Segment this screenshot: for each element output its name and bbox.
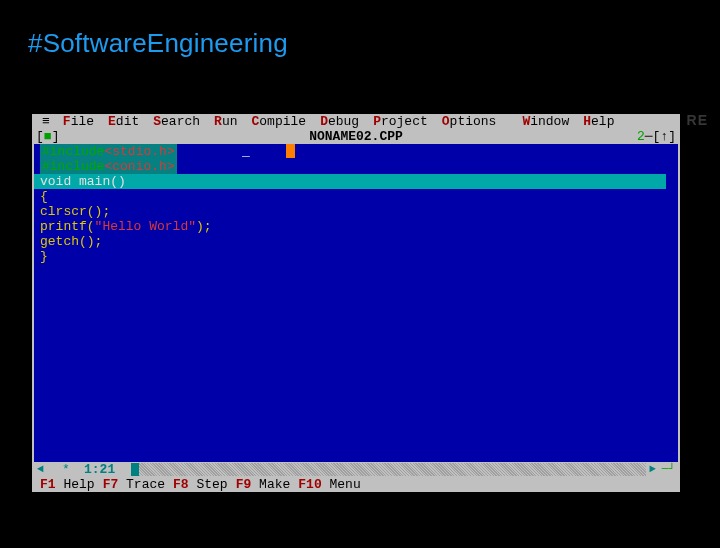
menu-file[interactable]: File <box>56 114 101 129</box>
code-line: clrscr(); <box>40 204 672 219</box>
code-line: } <box>40 249 672 264</box>
menu-edit[interactable]: Edit <box>101 114 146 129</box>
code-editor[interactable]: _ #include<stdio.h> #include<conio.h> vo… <box>32 144 680 462</box>
code-line: #include<stdio.h> <box>40 144 177 159</box>
underscore-mark: _ <box>242 144 250 159</box>
system-menu-icon[interactable]: ≡ <box>36 114 56 129</box>
menu-help[interactable]: Help <box>576 114 621 129</box>
menu-compile[interactable]: Compile <box>245 114 314 129</box>
menu-window[interactable]: Window <box>515 114 576 129</box>
editor-titlebar: [■] NONAME02.CPP 2─[↑] <box>32 129 680 144</box>
editor-filename: NONAME02.CPP <box>309 129 403 144</box>
hashtag-text[interactable]: #SoftwareEngineering <box>28 28 288 59</box>
cursor-position: 1:21 <box>80 462 119 477</box>
menu-bar: ≡ File Edit Search Run Compile Debug Pro… <box>32 114 680 129</box>
scroll-left-icon[interactable]: ◄ <box>34 462 47 477</box>
code-line: { <box>40 189 672 204</box>
text-cursor <box>286 144 295 158</box>
code-line: #include<conio.h> <box>40 159 177 174</box>
menu-options[interactable]: Options <box>435 114 504 129</box>
h-scroll-thumb[interactable] <box>131 463 139 476</box>
help-f10[interactable]: F10 Menu <box>294 477 364 492</box>
menu-project[interactable]: Project <box>366 114 435 129</box>
help-f8[interactable]: F8 Step <box>169 477 232 492</box>
ide-window: ≡ File Edit Search Run Compile Debug Pro… <box>32 114 680 492</box>
modified-star: * <box>60 462 72 477</box>
code-line: printf("Hello World"); <box>40 219 672 234</box>
scroll-right-icon[interactable]: ► <box>646 462 659 477</box>
menu-run[interactable]: Run <box>207 114 244 129</box>
help-bar: F1 Help F7 Trace F8 Step F9 Make F10 Men… <box>32 477 680 492</box>
window-close-button[interactable]: [■] <box>36 129 59 144</box>
menu-debug[interactable]: Debug <box>313 114 366 129</box>
menu-search[interactable]: Search <box>146 114 207 129</box>
editor-status-row: ◄ * 1:21 ► ─┘ <box>32 462 680 477</box>
resize-corner-icon[interactable]: ─┘ <box>659 462 678 477</box>
code-line-selected: void main() <box>34 174 666 189</box>
help-f1[interactable]: F1 Help <box>36 477 99 492</box>
window-number: 2─[↑] <box>637 129 676 144</box>
help-f9[interactable]: F9 Make <box>232 477 295 492</box>
watermark: RE <box>687 112 708 128</box>
h-scrollbar[interactable] <box>131 463 647 476</box>
code-line: getch(); <box>40 234 672 249</box>
help-f7[interactable]: F7 Trace <box>99 477 169 492</box>
